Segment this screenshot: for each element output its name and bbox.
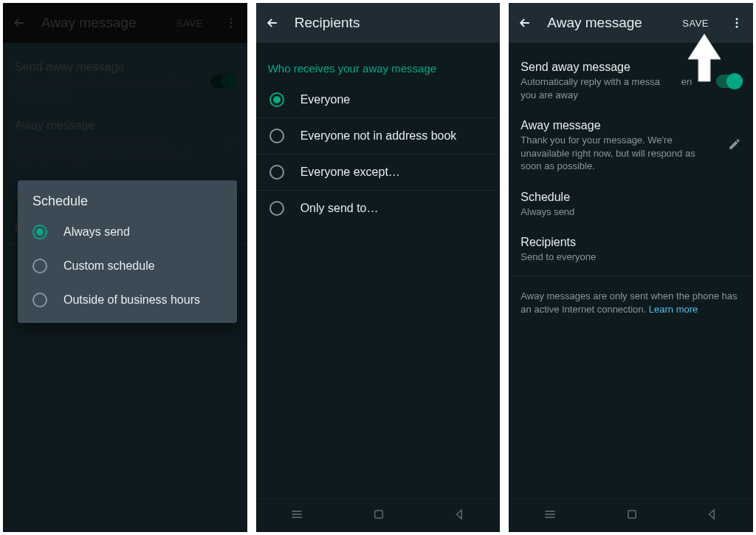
nav-recent-icon[interactable] [289,507,304,525]
back-icon[interactable] [515,8,535,38]
recipients-title: Recipients [520,236,741,249]
nav-home-icon[interactable] [625,508,639,524]
save-button[interactable]: SAVE [676,15,715,32]
recipients-row[interactable]: Recipients Send to everyone [509,227,753,273]
away-message-title: Away message [15,119,212,132]
schedule-sub: Always send [520,205,741,219]
section-header: Who receives your away message [256,52,501,82]
save-button[interactable]: SAVE [171,15,209,32]
radio-label: Only send to… [300,202,379,215]
android-navbar [509,498,753,532]
schedule-row[interactable]: Schedule Always send [509,182,753,228]
send-away-row[interactable]: Send away message Automatically reply wi… [3,52,247,110]
appbar-title: Recipients [295,15,495,31]
learn-more-link[interactable]: Learn more [649,304,698,315]
svg-point-12 [736,22,738,24]
svg-rect-17 [628,510,636,518]
pencil-icon[interactable] [222,137,236,154]
cursor-arrow-icon [684,33,725,89]
schedule-option-always[interactable]: Always send [24,215,231,249]
footer-note: Away messages are only sent when the pho… [509,279,753,327]
pencil-icon[interactable] [728,137,741,154]
appbar: Away message SAVE [3,3,247,43]
radio-label: Everyone except… [300,166,400,179]
radio-icon [269,201,284,216]
radio-label: Outside of business hours [63,293,200,307]
svg-point-11 [736,18,738,20]
more-icon[interactable] [221,8,241,38]
svg-point-1 [230,22,232,24]
phone-screen-2: Recipients Who receives your away messag… [256,3,501,532]
send-away-sub: Automatically reply with a messa enyou a… [520,75,700,101]
dialog-title: Schedule [24,191,231,215]
radio-icon [32,225,47,239]
radio-label: Custom schedule [63,259,155,273]
svg-point-2 [230,26,232,28]
recipients-sub: Send to everyone [520,251,741,264]
radio-label: Everyone [300,93,351,106]
recipient-option-everyone[interactable]: Everyone [256,82,501,118]
svg-rect-10 [375,510,383,518]
content: Who receives your away message Everyone … [256,43,501,498]
radio-icon [32,259,47,273]
send-away-sub: Automatically reply with a message when … [15,75,194,101]
recipient-option-except[interactable]: Everyone except… [256,154,501,191]
radio-icon [32,293,47,307]
phone-screen-1: Away message SAVE Send away message Auto… [3,3,247,532]
recipient-option-not-in-book[interactable]: Everyone not in address book [256,118,501,154]
more-icon[interactable] [726,8,747,38]
appbar-title: Away message [547,15,664,31]
footer-text: Away messages are only sent when the pho… [520,290,737,315]
away-message-title: Away message [520,119,718,132]
schedule-option-custom[interactable]: Custom schedule [24,249,231,283]
back-icon[interactable] [262,8,283,38]
nav-recent-icon[interactable] [543,507,557,525]
radio-label: Everyone not in address book [300,129,457,143]
recipient-option-only[interactable]: Only send to… [256,191,501,226]
away-message-row[interactable]: Away message Thank you for your message.… [509,110,753,182]
radio-icon [269,92,284,107]
svg-point-0 [230,18,232,20]
nav-back-icon[interactable] [706,508,719,524]
send-away-title: Send away message [520,61,700,74]
radio-icon [269,129,284,143]
away-message-row[interactable]: Away message Thank you for your message.… [3,110,247,182]
away-message-sub: Thank you for your message. We're unavai… [520,134,718,173]
schedule-dialog: Schedule Always send Custom schedule Out… [18,180,237,323]
send-away-toggle[interactable] [210,75,236,88]
nav-back-icon[interactable] [453,508,467,524]
away-message-sub: Thank you for your message. We're unavai… [15,134,212,173]
appbar: Recipients [256,3,501,43]
schedule-title: Schedule [520,191,741,204]
nav-home-icon[interactable] [372,508,385,524]
send-away-title: Send away message [15,61,194,74]
radio-icon [269,165,284,180]
svg-point-13 [736,26,738,28]
schedule-option-outside[interactable]: Outside of business hours [24,283,231,317]
phone-screen-3: Away message SAVE Send away message Auto… [509,3,753,532]
appbar-title: Away message [41,15,159,31]
divider [509,276,753,276]
radio-label: Always send [63,225,130,239]
back-icon[interactable] [9,8,30,38]
android-navbar [256,498,501,532]
content: Send away message Automatically reply wi… [509,43,753,498]
